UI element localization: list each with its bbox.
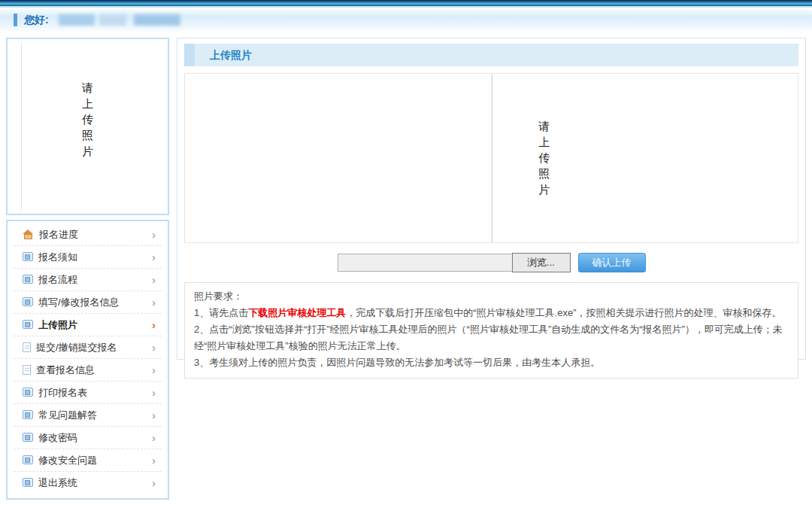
chevron-right-icon	[152, 427, 156, 449]
sidebar-item-label: 查看报名信息	[36, 364, 95, 376]
chevron-right-icon	[152, 382, 156, 404]
sidebar-item-upload-photo[interactable]: 上传照片	[14, 314, 162, 336]
chevron-right-icon	[152, 359, 156, 382]
page-icon	[23, 365, 31, 375]
chevron-right-icon	[152, 269, 156, 291]
requirement-1-prefix: 1、请先点击	[194, 307, 248, 318]
browse-button[interactable]: 浏览...	[512, 253, 571, 272]
card-icon	[23, 455, 33, 464]
greeting-bar: 您好:	[0, 8, 812, 33]
card-icon	[23, 410, 33, 419]
sidebar-item-view-registration-info[interactable]: 查看报名信息	[14, 359, 162, 382]
sidebar-item-label: 填写/修改报名信息	[38, 297, 120, 308]
sidebar-item-label: 报名流程	[38, 274, 77, 285]
sidebar-item-change-password[interactable]: 修改密码	[14, 427, 162, 449]
upload-controls-row: 浏览... 确认上传	[184, 250, 798, 275]
page-title: 上传照片	[210, 44, 252, 66]
greeting-accent-bar	[14, 14, 17, 26]
photo-requirements: 照片要求： 1、请先点击下载照片审核处理工具，完成下载后打开压缩包中的“照片审核…	[184, 282, 798, 379]
top-decorative-stripes	[0, 0, 812, 8]
card-icon	[23, 433, 33, 442]
sidebar-item-submit-withdraw[interactable]: 提交/撤销提交报名	[14, 336, 162, 359]
requirements-heading: 照片要求：	[194, 288, 789, 305]
card-icon	[23, 388, 33, 397]
download-tool-link[interactable]: 下载照片审核处理工具	[248, 307, 346, 318]
sidebar-photo-placeholder-text: 请上传照片	[81, 81, 94, 160]
card-icon	[23, 275, 33, 284]
redacted-username	[59, 14, 95, 26]
title-accent-block	[184, 44, 195, 66]
sidebar-item-registration-process[interactable]: 报名流程	[14, 269, 162, 291]
page-icon	[23, 342, 31, 352]
requirement-item-2: 2、点击“浏览”按钮选择并“打开”经照片审核工具处理后的照片（“照片审核处理工具…	[194, 321, 789, 354]
sidebar-item-fill-modify-info[interactable]: 填写/修改报名信息	[14, 291, 162, 314]
chevron-right-icon	[152, 246, 156, 269]
card-icon	[23, 478, 33, 487]
upload-photo-placeholder: 请上传照片	[492, 119, 551, 198]
chevron-right-icon	[152, 449, 156, 472]
sidebar-photo-placeholder-box: 请上传照片	[6, 38, 169, 215]
sidebar-item-label: 上传照片	[38, 319, 77, 330]
requirement-item-1: 1、请先点击下载照片审核处理工具，完成下载后打开压缩包中的“照片审核处理工具.e…	[194, 305, 789, 321]
sidebar-item-label: 报名进度	[39, 229, 78, 240]
chevron-right-icon	[152, 404, 156, 427]
sidebar-item-label: 打印报名表	[38, 387, 87, 398]
home-icon	[23, 230, 34, 239]
sidebar-item-label: 常见问题解答	[38, 409, 97, 421]
sidebar-item-print-form[interactable]: 打印报名表	[14, 382, 162, 404]
card-icon	[23, 320, 33, 329]
sidebar-item-label: 报名须知	[38, 251, 77, 263]
sidebar-item-label: 提交/撤销提交报名	[36, 342, 117, 353]
greeting-label: 您好:	[24, 14, 49, 27]
sidebar-item-change-security-question[interactable]: 修改安全问题	[14, 449, 162, 472]
chevron-right-icon	[152, 336, 156, 359]
card-icon	[23, 252, 33, 261]
confirm-upload-button[interactable]: 确认上传	[578, 253, 646, 272]
sidebar-menu: 报名进度 报名须知 报名流程 填写/修改报名信息 上传照片 提交/撤销提交报名 …	[6, 220, 169, 500]
sidebar-item-faq[interactable]: 常见问题解答	[14, 404, 162, 427]
main-panel: 上传照片 请上传照片 浏览... 确认上传 照片要求： 1、请先点击下载照片审核…	[177, 38, 806, 360]
requirement-item-3: 3、考生须对上传的照片负责，因照片问题导致的无法参加考试等一切后果，由考生本人承…	[194, 354, 789, 371]
chevron-right-icon	[152, 291, 156, 314]
sidebar-item-registration-progress[interactable]: 报名进度	[14, 224, 162, 246]
sidebar-item-label: 退出系统	[38, 477, 77, 488]
sidebar-item-registration-notice[interactable]: 报名须知	[14, 246, 162, 269]
sidebar-item-logout[interactable]: 退出系统	[14, 472, 162, 494]
chevron-right-icon	[152, 224, 156, 246]
upload-photo-placeholder-text: 请上传照片	[538, 119, 551, 198]
main-titlebar: 上传照片	[184, 44, 798, 66]
sidebar-item-label: 修改安全问题	[38, 455, 97, 466]
redacted-username	[134, 14, 180, 26]
photo-preview-area: 请上传照片	[184, 73, 798, 243]
redacted-username	[99, 14, 126, 26]
chevron-right-icon	[152, 472, 156, 494]
file-path-input[interactable]	[338, 254, 512, 272]
card-icon	[23, 297, 33, 306]
chevron-right-icon	[152, 314, 156, 336]
photo-frame-edge	[21, 42, 22, 211]
requirement-1-suffix: ，完成下载后打开压缩包中的“照片审核处理工具.exe”，按照相关提示进行照片的处…	[346, 307, 781, 318]
sidebar-item-label: 修改密码	[38, 432, 77, 443]
